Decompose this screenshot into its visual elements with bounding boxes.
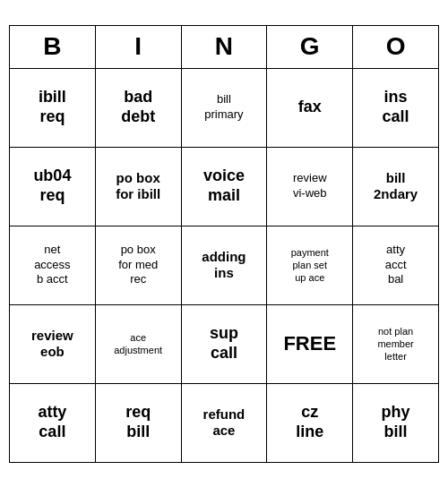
bingo-cell-r0-c3[interactable]: fax	[267, 68, 353, 147]
bingo-card: BINGO ibill reqbad debtbill primaryfaxin…	[9, 25, 439, 463]
bingo-cell-r3-c1[interactable]: ace adjustment	[95, 304, 181, 383]
bingo-cell-r2-c2[interactable]: adding ins	[181, 226, 267, 304]
bingo-cell-r1-c0[interactable]: ub04 req	[10, 147, 96, 226]
bingo-cell-r0-c1[interactable]: bad debt	[95, 68, 181, 147]
bingo-cell-r2-c0[interactable]: net access b acct	[10, 226, 96, 304]
bingo-cell-r0-c4[interactable]: ins call	[353, 68, 439, 147]
bingo-cell-r3-c0[interactable]: review eob	[10, 304, 96, 383]
bingo-header-N: N	[181, 25, 267, 68]
bingo-cell-r2-c3[interactable]: payment plan set up ace	[267, 226, 353, 304]
bingo-header-G: G	[267, 25, 353, 68]
bingo-cell-r4-c4[interactable]: phy bill	[353, 383, 439, 462]
bingo-cell-r1-c2[interactable]: voice mail	[181, 147, 267, 226]
bingo-cell-r4-c1[interactable]: req bill	[95, 383, 181, 462]
bingo-cell-r4-c2[interactable]: refund ace	[181, 383, 267, 462]
bingo-cell-r0-c2[interactable]: bill primary	[181, 68, 267, 147]
bingo-cell-r2-c4[interactable]: atty acct bal	[353, 226, 439, 304]
bingo-cell-r1-c3[interactable]: review vi-web	[267, 147, 353, 226]
bingo-cell-r1-c4[interactable]: bill 2ndary	[353, 147, 439, 226]
bingo-cell-r3-c3[interactable]: FREE	[267, 304, 353, 383]
bingo-header-B: B	[10, 25, 96, 68]
bingo-cell-r1-c1[interactable]: po box for ibill	[95, 147, 181, 226]
bingo-cell-r3-c4[interactable]: not plan member letter	[353, 304, 439, 383]
bingo-cell-r0-c0[interactable]: ibill req	[10, 68, 96, 147]
bingo-header-O: O	[353, 25, 439, 68]
bingo-cell-r2-c1[interactable]: po box for med rec	[95, 226, 181, 304]
bingo-cell-r4-c0[interactable]: atty call	[10, 383, 96, 462]
bingo-header-I: I	[95, 25, 181, 68]
bingo-cell-r4-c3[interactable]: cz line	[267, 383, 353, 462]
bingo-cell-r3-c2[interactable]: sup call	[181, 304, 267, 383]
